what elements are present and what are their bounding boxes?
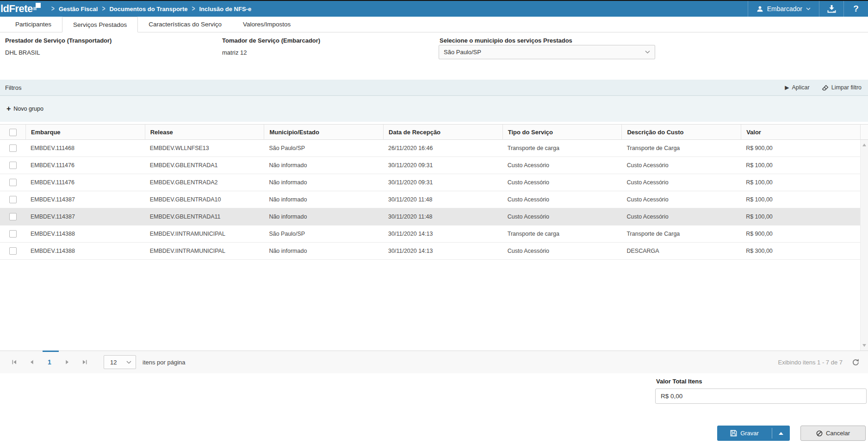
new-group-button[interactable]: + Novo grupo: [6, 106, 43, 112]
page-size-value: 12: [110, 359, 117, 366]
row-checkbox[interactable]: [9, 213, 17, 220]
table-cell: Transporte de Carga: [621, 145, 741, 151]
header-checkbox-cell: [0, 125, 25, 140]
column-header[interactable]: Valor: [741, 125, 860, 140]
first-page-button[interactable]: [7, 359, 21, 365]
row-checkbox-cell: [0, 243, 25, 259]
total-items-label: Valor Total Itens: [656, 378, 702, 385]
row-checkbox[interactable]: [9, 179, 17, 186]
table-cell: EMBDEV.114387: [25, 196, 145, 203]
vertical-scrollbar[interactable]: [860, 140, 868, 351]
table-cell: Custo Acessório: [621, 162, 741, 169]
apply-filter-button[interactable]: ▶ Aplicar: [785, 84, 809, 91]
row-checkbox-cell: [0, 226, 25, 242]
last-page-button[interactable]: [78, 359, 92, 365]
table-cell: EMBDEV.IINTRAMUNICIPAL: [145, 231, 264, 237]
table-cell: 30/11/2020 14:13: [383, 231, 502, 237]
tab-bar: Participantes Serviços Prestados Caracte…: [0, 17, 868, 32]
filters-body: + Novo grupo: [0, 96, 868, 122]
breadcrumb-inclusao-nfse[interactable]: Inclusão de NFS-e: [199, 6, 251, 13]
help-button[interactable]: ?: [844, 1, 868, 17]
page-size-select[interactable]: 12: [104, 355, 136, 369]
table-cell: Custo Acessório: [621, 196, 741, 203]
scroll-up-icon[interactable]: [862, 144, 866, 146]
cancel-icon: [816, 430, 823, 437]
logo-text: ldFrete: [0, 1, 33, 16]
save-split-button[interactable]: Gravar: [717, 426, 790, 441]
table-cell: Não informado: [264, 196, 383, 203]
column-header[interactable]: Release: [145, 125, 264, 140]
table-row[interactable]: EMBDEV.111468EMBDEV.WLLNFSE13São Paulo/S…: [0, 140, 860, 157]
logo-mark-icon: [33, 3, 41, 10]
row-checkbox[interactable]: [9, 144, 17, 152]
clear-filter-button[interactable]: Limpar filtro: [822, 84, 862, 91]
tab-participantes[interactable]: Participantes: [5, 17, 62, 32]
chevron-right-icon: >: [192, 5, 195, 13]
row-checkbox[interactable]: [9, 230, 17, 238]
cancel-button[interactable]: Cancelar: [800, 426, 866, 441]
table-cell: 30/11/2020 11:48: [383, 213, 502, 220]
table-cell: Custo Acessório: [621, 179, 741, 186]
column-header[interactable]: Embarque: [25, 125, 145, 140]
download-button[interactable]: [819, 1, 843, 17]
breadcrumb: > Gestão Fiscal > Documentos do Transpor…: [47, 6, 251, 13]
clear-filter-label: Limpar filtro: [831, 84, 862, 91]
table-body: EMBDEV.111468EMBDEV.WLLNFSE13São Paulo/S…: [0, 140, 860, 260]
download-icon: [827, 5, 837, 13]
table-cell: DESCARGA: [621, 248, 741, 254]
table-row[interactable]: EMBDEV.114387EMBDEV.GBLENTRADA10Não info…: [0, 191, 860, 208]
table-cell: EMBDEV.111468: [25, 145, 145, 151]
column-header[interactable]: Data de Recepção: [383, 125, 502, 140]
municipio-select[interactable]: São Paulo/SP: [439, 45, 655, 59]
eraser-icon: [822, 85, 829, 91]
municipio-label: Selecione o municipio dos serviços Prest…: [440, 37, 572, 44]
table-row[interactable]: EMBDEV.114388EMBDEV.IINTRAMUNICIPALSão P…: [0, 226, 860, 243]
scroll-down-icon[interactable]: [862, 344, 866, 347]
save-button-label: Gravar: [740, 430, 759, 437]
row-checkbox[interactable]: [9, 196, 17, 203]
previous-page-button[interactable]: [25, 359, 39, 365]
column-header[interactable]: Descrição do Custo: [621, 125, 741, 140]
refresh-button[interactable]: [852, 358, 860, 366]
chevron-down-icon: [645, 50, 650, 54]
table-cell: R$ 100,00: [741, 179, 860, 186]
table-cell: EMBDEV.114388: [25, 248, 145, 254]
row-checkbox[interactable]: [9, 247, 17, 255]
table-cell: 26/11/2020 16:46: [383, 145, 502, 151]
table-cell: EMBDEV.GBLENTRADA1: [145, 162, 264, 169]
table-row[interactable]: EMBDEV.114387EMBDEV.GBLENTRADA11Não info…: [0, 208, 860, 226]
next-page-button[interactable]: [60, 359, 74, 365]
chevron-right-icon: >: [102, 5, 105, 13]
column-header[interactable]: Municipio/Estado: [264, 125, 383, 140]
breadcrumb-gestao-fiscal[interactable]: Gestão Fiscal: [59, 6, 98, 13]
pagination-bar: 1 12 itens por página Exibindo itens 1 -…: [0, 351, 868, 373]
total-items-input[interactable]: R$ 0,00: [655, 389, 867, 404]
table-row[interactable]: EMBDEV.111476EMBDEV.GBLENTRADA1Não infor…: [0, 157, 860, 174]
table-cell: São Paulo/SP: [264, 145, 383, 151]
chevron-down-icon: [806, 7, 811, 11]
page-number-1[interactable]: 1: [43, 358, 56, 366]
user-menu[interactable]: Embarcador: [748, 1, 819, 17]
table-cell: Custo Acessório: [502, 196, 622, 203]
table-cell: EMBDEV.GBLENTRADA2: [145, 179, 264, 186]
table-cell: R$ 100,00: [741, 213, 860, 220]
table-cell: EMBDEV.WLLNFSE13: [145, 145, 264, 151]
save-button[interactable]: Gravar: [717, 426, 772, 441]
table-cell: Não informado: [264, 162, 383, 169]
pagination-summary: Exibindo itens 1 - 7 de 7: [778, 359, 843, 366]
save-options-arrow-button[interactable]: [772, 426, 790, 441]
table-row[interactable]: EMBDEV.114388EMBDEV.IINTRAMUNICIPALNão i…: [0, 243, 860, 260]
app-logo[interactable]: ldFrete: [0, 1, 41, 16]
tab-valores-impostos[interactable]: Valores/Impostos: [232, 17, 301, 32]
tab-caracteristicas-servico[interactable]: Características do Serviço: [138, 17, 232, 32]
table-row[interactable]: EMBDEV.111476EMBDEV.GBLENTRADA2Não infor…: [0, 174, 860, 191]
row-checkbox[interactable]: [9, 162, 17, 169]
items-per-page-label: itens por página: [143, 359, 186, 366]
breadcrumb-documentos-transporte[interactable]: Documentos do Transporte: [109, 6, 187, 13]
table-cell: São Paulo/SP: [264, 231, 383, 237]
column-header[interactable]: Tipo do Serviço: [502, 125, 622, 140]
table-cell: 30/11/2020 11:48: [383, 196, 502, 203]
app-window: ldFrete > Gestão Fiscal > Documentos do …: [0, 0, 868, 445]
select-all-checkbox[interactable]: [9, 129, 17, 136]
tab-servicos-prestados[interactable]: Serviços Prestados: [62, 17, 138, 32]
